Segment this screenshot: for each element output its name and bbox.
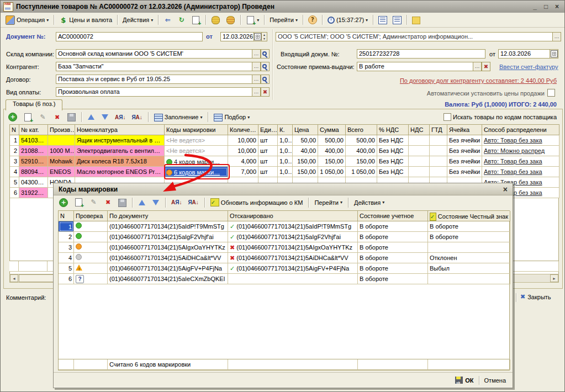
cell-producer[interactable]: Mohawk: [48, 156, 75, 167]
km-copy-button[interactable]: [72, 197, 86, 208]
organization-select-button[interactable]: …: [552, 32, 561, 41]
cell-n[interactable]: 6: [10, 188, 19, 198]
maximize-button[interactable]: □: [541, 3, 551, 11]
close-button[interactable]: ×: [552, 3, 562, 11]
cell-n[interactable]: 4: [10, 167, 19, 177]
cell-k[interactable]: 1,0…: [278, 146, 293, 156]
cell-state-accounting[interactable]: В обороте: [358, 242, 428, 253]
cell-n[interactable]: 3: [10, 156, 19, 167]
cancel-button[interactable]: Отмена: [484, 377, 506, 384]
cell-by-document[interactable]: (01)04660077170134(21)5aIdP!T9MmSTg: [108, 221, 228, 232]
dist-link[interactable]: Авто: Товар без зака: [484, 168, 542, 175]
cell-state-accounting[interactable]: В обороте: [358, 221, 428, 232]
copy-new-button[interactable]: [189, 14, 203, 26]
scroll-left-icon[interactable]: ◄: [10, 274, 18, 282]
cell-scanned[interactable]: ✓(01)04660077170134(21)5AigFV+P4FjNa: [228, 263, 358, 274]
cell-check[interactable]: [74, 263, 108, 274]
state-field[interactable]: В работе: [357, 62, 473, 71]
cell-scanned[interactable]: [228, 274, 358, 284]
cell-n[interactable]: 4: [59, 253, 74, 263]
dialog-close-icon[interactable]: ×: [503, 185, 508, 194]
payment-select-button[interactable]: …: [252, 87, 261, 97]
cell-producer[interactable]: ENEOS: [48, 167, 75, 177]
cell-by-document[interactable]: (01)04660077170134(21)5AIgxOaYHYTKz: [108, 242, 228, 253]
unpost-register-button[interactable]: [224, 14, 237, 26]
km-edit-button[interactable]: ✎: [87, 197, 100, 208]
cell-price[interactable]: 50,00: [293, 135, 318, 146]
minimize-button[interactable]: _: [530, 3, 540, 11]
cell-scanned[interactable]: ✓(01)04660077170134(21)5aIgF2Vhjf'ai: [228, 232, 358, 242]
cell-unit[interactable]: шт: [258, 135, 278, 146]
post-register-button[interactable]: [209, 14, 223, 26]
cell-check[interactable]: ?: [74, 274, 108, 284]
row-add-button[interactable]: +: [6, 112, 19, 123]
contract-select-button[interactable]: …: [252, 75, 261, 84]
payment-field[interactable]: Произвольная оплата: [56, 87, 252, 97]
cell-state-chz[interactable]: В обороте: [428, 232, 510, 242]
cell-name[interactable]: Электродвигатель с вентил…: [75, 146, 165, 156]
cell-n[interactable]: 5: [59, 263, 74, 274]
enter-invoice-link[interactable]: Ввести счет-фактуру: [499, 63, 558, 71]
cell-total[interactable]: 1 050,00: [346, 167, 377, 177]
cell-n[interactable]: 6: [59, 274, 74, 284]
cell-qty[interactable]: 7,000: [228, 167, 258, 177]
contract-open-button[interactable]: [261, 75, 270, 84]
cell-sum[interactable]: 150,00: [318, 156, 346, 167]
contract-field[interactable]: Поставка з\ч и сервис в Руб от 19.05.25: [56, 75, 252, 84]
cell-sum[interactable]: 400,00: [318, 146, 346, 156]
tab-goods[interactable]: Товары (6 поз.): [6, 99, 62, 110]
cell-vat[interactable]: Без НДС: [377, 156, 409, 167]
post-document-button[interactable]: ⇐: [161, 15, 174, 25]
cell-price[interactable]: 40,00: [293, 146, 318, 156]
cell-dist[interactable]: Авто: Товар без зака: [482, 135, 559, 146]
cell-unit[interactable]: шт: [258, 167, 278, 177]
cell-total[interactable]: 400,00: [346, 146, 377, 156]
km-save-button[interactable]: [116, 197, 129, 208]
incoming-date-calendar-button[interactable]: [550, 49, 558, 59]
cell-unit[interactable]: шт: [258, 146, 278, 156]
search-by-supplier-codes-checkbox[interactable]: Искать товары по кодам поставщика: [441, 112, 559, 122]
refresh-button[interactable]: ↻: [175, 15, 188, 25]
structure-button[interactable]: [376, 15, 389, 25]
cell-price[interactable]: 150,00: [293, 156, 318, 167]
km-actions-menu[interactable]: Действия▾: [352, 198, 387, 207]
cell-cat[interactable]: 54103…: [19, 135, 48, 146]
cell-n[interactable]: 3: [59, 242, 74, 253]
cell-total[interactable]: 150,00: [346, 156, 377, 167]
cell-qty[interactable]: 10,000: [228, 146, 258, 156]
auto-prices-checkbox[interactable]: [547, 89, 555, 97]
close-window-button[interactable]: ✖ Закрыть: [520, 293, 551, 300]
cell-cell[interactable]: Без ячейки: [447, 135, 482, 146]
cell-state-accounting[interactable]: В обороте: [358, 232, 428, 242]
cell-by-document[interactable]: (01)04660077170134(21)5AigFV+P4FjNa: [108, 263, 228, 274]
cell-codes[interactable]: <Не ведется>: [165, 146, 228, 156]
cell-k[interactable]: 1,0…: [278, 156, 293, 167]
cell-vat-sum[interactable]: [409, 135, 430, 146]
incoming-doc-field[interactable]: 250127232728: [357, 49, 485, 59]
km-sort-desc-button[interactable]: ЯА↓: [186, 198, 200, 206]
cell-cat[interactable]: 31922…: [19, 188, 48, 198]
cell-cat[interactable]: 21088…: [19, 146, 48, 156]
cell-cat[interactable]: 52910…: [19, 156, 48, 167]
cell-n[interactable]: 5: [10, 177, 19, 188]
cell-sum[interactable]: 1 050,00: [318, 167, 346, 177]
payment-clear-button[interactable]: ✖: [261, 87, 270, 97]
cell-vat-sum[interactable]: [409, 146, 430, 156]
km-add-button[interactable]: +: [57, 197, 70, 208]
cell-cat[interactable]: 04300…: [19, 177, 48, 188]
incoming-date-field[interactable]: 12.03.2026: [498, 49, 550, 59]
cell-n[interactable]: 2: [10, 146, 19, 156]
cell-qty[interactable]: 4,000: [228, 156, 258, 167]
cell-gtd[interactable]: [430, 167, 447, 177]
cell-producer[interactable]: 1000 М…: [48, 146, 75, 156]
sort-asc-button[interactable]: АЯ↓: [113, 113, 128, 121]
cell-qty[interactable]: 10,000: [228, 135, 258, 146]
cell-state-chz[interactable]: Отклонен: [428, 253, 510, 263]
debt-link[interactable]: По договору долг контрагенту составляет:…: [400, 77, 557, 85]
cell-check[interactable]: [74, 253, 108, 263]
cell-cat[interactable]: 88094…: [19, 167, 48, 177]
cell-state-chz[interactable]: Выбыл: [428, 263, 510, 274]
doc-number-field[interactable]: АС00000072: [56, 32, 203, 41]
cell-vat-sum[interactable]: [409, 156, 430, 167]
cell-gtd[interactable]: [430, 135, 447, 146]
